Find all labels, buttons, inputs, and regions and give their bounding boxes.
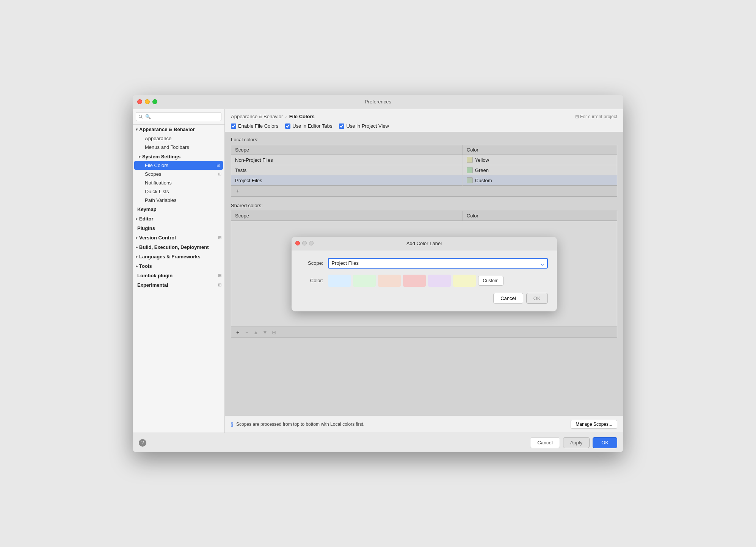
traffic-lights	[137, 99, 157, 104]
apply-button[interactable]: Apply	[563, 437, 590, 448]
sidebar-section-appearance-behavior[interactable]: ▾ Appearance & Behavior	[133, 125, 224, 134]
sidebar-item-languages-frameworks[interactable]: ▸ Languages & Frameworks	[133, 252, 224, 261]
modal-maximize-button[interactable]	[309, 241, 314, 245]
chevron-right-icon: ▸	[136, 236, 138, 240]
color-swatch-purple[interactable]	[428, 275, 451, 287]
close-button[interactable]	[137, 99, 142, 104]
page-icon: ⊞	[218, 172, 221, 177]
page-icon: ⊞	[216, 163, 220, 168]
chevron-right-icon: ▸	[136, 245, 138, 249]
color-swatch-yellow[interactable]	[453, 275, 476, 287]
minimize-button[interactable]	[145, 99, 150, 104]
add-color-label-dialog: Add Color Label Scope: Project Files Non…	[292, 237, 557, 311]
use-in-editor-tabs-checkbox[interactable]	[285, 123, 290, 129]
page-icon-vc: ⊞	[218, 235, 221, 240]
color-row: Color: Custom	[301, 275, 548, 287]
modal-traffic-lights	[295, 241, 314, 245]
chevron-right-icon: ▸	[136, 217, 138, 221]
modal-cancel-button[interactable]: Cancel	[493, 293, 523, 304]
scope-label: Scope:	[301, 260, 323, 266]
help-button[interactable]: ?	[139, 439, 146, 447]
main-body: Local colors: Scope Color Non-Project Fi…	[225, 132, 623, 416]
sidebar-item-keymap[interactable]: Keymap	[133, 205, 224, 214]
manage-scopes-button[interactable]: Manage Scopes...	[571, 420, 617, 429]
search-bar	[133, 109, 224, 125]
use-in-project-view-checkbox[interactable]	[339, 123, 344, 129]
info-bar: ℹ Scopes are processed from top to botto…	[225, 416, 623, 433]
sidebar-item-tools[interactable]: ▸ Tools	[133, 261, 224, 271]
modal-ok-button[interactable]: OK	[526, 293, 548, 304]
color-swatches-row: Custom	[328, 275, 503, 287]
color-swatch-blue[interactable]	[328, 275, 351, 287]
bottom-bar: ? Cancel Apply OK	[133, 433, 623, 452]
scope-select-wrapper: Project Files Non-Project Files Tests Al…	[328, 258, 548, 269]
sidebar-item-build-execution[interactable]: ▸ Build, Execution, Deployment	[133, 242, 224, 252]
color-swatch-orange[interactable]	[378, 275, 401, 287]
maximize-button[interactable]	[152, 99, 157, 104]
use-in-editor-tabs-label: Use in Editor Tabs	[285, 123, 332, 129]
page-icon-experimental: ⊞	[218, 283, 221, 288]
modal-title-bar: Add Color Label	[292, 237, 557, 250]
modal-minimize-button[interactable]	[302, 241, 307, 245]
sidebar-item-menus-toolbars[interactable]: Menus and Toolbars	[133, 143, 224, 152]
modal-title: Add Color Label	[406, 241, 442, 246]
checkboxes-row: Enable File Colors Use in Editor Tabs Us…	[231, 123, 617, 129]
modal-close-button[interactable]	[295, 241, 300, 245]
sidebar-item-experimental[interactable]: Experimental ⊞	[133, 280, 224, 290]
breadcrumb-parent: Appearance & Behavior	[231, 114, 283, 119]
scope-select[interactable]: Project Files Non-Project Files Tests Al…	[328, 258, 548, 269]
sidebar-item-notifications[interactable]: Notifications	[133, 178, 224, 187]
breadcrumb-arrow: ›	[285, 114, 287, 119]
breadcrumb-current: File Colors	[289, 114, 315, 119]
breadcrumb: Appearance & Behavior › File Colors ⊞ Fo…	[231, 114, 617, 119]
for-current-project[interactable]: ⊞ For current project	[575, 114, 617, 119]
window-title: Preferences	[365, 99, 391, 105]
title-bar: Preferences	[133, 95, 623, 109]
main-content: Appearance & Behavior › File Colors ⊞ Fo…	[225, 109, 623, 433]
chevron-down-icon: ▾	[136, 127, 138, 131]
main-header: Appearance & Behavior › File Colors ⊞ Fo…	[225, 109, 623, 132]
sidebar-item-file-colors[interactable]: File Colors ⊞	[134, 161, 223, 170]
sidebar-item-appearance[interactable]: Appearance	[133, 134, 224, 143]
modal-actions: Cancel OK	[301, 293, 548, 304]
cancel-button[interactable]: Cancel	[530, 437, 560, 448]
search-input[interactable]	[136, 112, 221, 121]
enable-file-colors-label: Enable File Colors	[231, 123, 278, 129]
custom-color-button[interactable]: Custom	[478, 276, 503, 286]
sidebar-item-lombok[interactable]: Lombok plugin ⊞	[133, 271, 224, 280]
color-label: Color:	[301, 278, 323, 283]
sidebar-item-scopes[interactable]: Scopes ⊞	[133, 170, 224, 178]
modal-body: Scope: Project Files Non-Project Files T…	[292, 250, 557, 311]
use-in-project-view-label: Use in Project View	[339, 123, 389, 129]
ok-button[interactable]: OK	[593, 437, 617, 448]
sidebar-item-editor[interactable]: ▸ Editor	[133, 214, 224, 223]
sidebar-item-path-variables[interactable]: Path Variables	[133, 196, 224, 205]
chevron-right-icon: ▸	[139, 155, 141, 159]
chevron-right-icon: ▸	[136, 255, 138, 259]
enable-file-colors-checkbox[interactable]	[231, 123, 236, 129]
sidebar: ▾ Appearance & Behavior Appearance Menus…	[133, 109, 225, 433]
chevron-right-icon: ▸	[136, 264, 138, 268]
modal-overlay: Add Color Label Scope: Project Files Non…	[225, 132, 623, 416]
sidebar-item-plugins[interactable]: Plugins	[133, 223, 224, 233]
info-text: Scopes are processed from top to bottom …	[236, 422, 568, 427]
info-icon: ℹ	[231, 421, 233, 428]
color-swatch-green[interactable]	[353, 275, 376, 287]
scope-row: Scope: Project Files Non-Project Files T…	[301, 258, 548, 269]
page-icon-lombok: ⊞	[218, 273, 221, 278]
sidebar-item-quick-lists[interactable]: Quick Lists	[133, 187, 224, 196]
preferences-window: Preferences ▾ Appearance & Behavior Appe…	[133, 95, 623, 452]
sidebar-item-system-settings[interactable]: ▸ System Settings	[133, 152, 224, 161]
sidebar-item-version-control[interactable]: ▸ Version Control ⊞	[133, 233, 224, 242]
color-swatch-red[interactable]	[403, 275, 426, 287]
content-area: ▾ Appearance & Behavior Appearance Menus…	[133, 109, 623, 433]
